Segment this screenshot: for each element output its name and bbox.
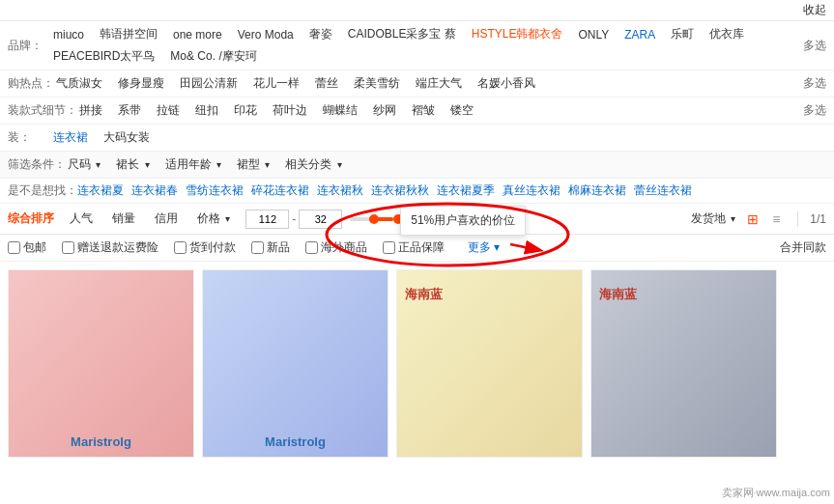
sort-popular[interactable]: 人气 (66, 209, 97, 229)
brand-veromoda[interactable]: Vero Moda (236, 27, 296, 42)
clothing-filter-row: 装： 连衣裙 大码女装 (0, 125, 834, 152)
brand-zara[interactable]: ZARA (622, 27, 657, 42)
hot-more[interactable]: 多选 (803, 75, 826, 92)
grid-view-icon[interactable]: ⊞ (743, 210, 762, 229)
brand-caidoble[interactable]: CAIDOBLE采多宝 蔡 (346, 25, 458, 43)
hot-filter-row: 购热点： 气质淑女 修身显瘦 田园公清新 花儿一样 蕾丝 柔美雪纺 端庄大气 名… (0, 70, 834, 98)
new-label: 新品 (267, 239, 290, 256)
filter-insurance[interactable]: 赠送退款运费险 (62, 239, 158, 256)
filter-new[interactable]: 新品 (251, 239, 290, 256)
hot-rouwei[interactable]: 柔美雪纺 (352, 74, 402, 93)
clothing-lianyiqun[interactable]: 连衣裙 (51, 128, 90, 147)
list-view-icon[interactable]: ≡ (766, 210, 786, 229)
brand-moco[interactable]: Mo& Co. /摩安珂 (168, 47, 258, 66)
hot-zhuangda[interactable]: 端庄大气 (414, 74, 464, 93)
filter-more-btn[interactable]: 更多 ▾ (468, 239, 500, 256)
detail-xidai[interactable]: 系带 (116, 101, 143, 120)
detail-hudie[interactable]: 蝴蝶结 (321, 101, 359, 120)
detail-pinjie[interactable]: 拼接 (77, 101, 104, 120)
genuine-checkbox[interactable] (383, 241, 395, 254)
filter-freeship[interactable]: 包邮 (8, 239, 46, 256)
detail-loukong[interactable]: 镂空 (448, 101, 475, 120)
search-terms-row: 是不是想找： 连衣裙夏 连衣裙春 雪纺连衣裙 碎花连衣裙 连衣裙秋 连衣裙秋秋 … (0, 179, 834, 204)
term-autumn1[interactable]: 连衣裙秋 (317, 182, 363, 199)
term-floral[interactable]: 碎花连衣裙 (251, 182, 309, 199)
sort-price[interactable]: 价格 ▾ (193, 209, 234, 229)
hot-items: 气质淑女 修身显瘦 田园公清新 花儿一样 蕾丝 柔美雪纺 端庄大气 名媛小香风 (54, 74, 803, 93)
product-card-4[interactable]: 海南蓝 (590, 269, 777, 458)
cond-skirt[interactable]: 裙型 ▾ (235, 155, 272, 174)
sort-integrated[interactable]: 综合排序 (8, 210, 54, 227)
detail-zhezhu[interactable]: 褶皱 (410, 101, 437, 120)
term-silk[interactable]: 真丝连衣裙 (503, 182, 561, 199)
brand-leting[interactable]: 乐町 (669, 25, 696, 43)
merge-btn[interactable]: 合并同款 (780, 239, 826, 256)
hot-lace[interactable]: 蕾丝 (313, 74, 340, 93)
filter-checkboxes: 包邮 赠送退款运费险 货到付款 新品 海外商品 正品保障 更多 ▾ (8, 239, 780, 256)
collapse-text[interactable]: 收起 (803, 2, 826, 18)
brand-uniqlo[interactable]: 优衣库 (707, 25, 746, 43)
cond-size[interactable]: 尺码 ▾ (66, 155, 102, 174)
term-summer[interactable]: 连衣裙夏 (77, 182, 124, 199)
cond-age[interactable]: 适用年龄 ▾ (163, 155, 223, 174)
detail-shawang[interactable]: 纱网 (371, 101, 398, 120)
product-card-3[interactable]: 海南蓝 (396, 269, 583, 458)
location-filter[interactable]: 发货地 ▾ (691, 210, 735, 227)
slider-left-thumb[interactable] (369, 214, 379, 224)
term-autumn2[interactable]: 连衣裙秋秋 (371, 182, 429, 199)
detail-niukou[interactable]: 纽扣 (193, 101, 220, 120)
brand-onemore[interactable]: one more (171, 27, 224, 42)
clothing-items: 连衣裙 大码女装 (51, 128, 826, 147)
filter-overseas[interactable]: 海外商品 (305, 239, 367, 256)
clothing-dama[interactable]: 大码女装 (101, 128, 152, 147)
filter-cod[interactable]: 货到付款 (174, 239, 236, 256)
term-spring[interactable]: 连衣裙春 (131, 182, 178, 199)
brand-hstyle[interactable]: HSTYLE韩都衣舍 (470, 25, 565, 43)
detail-yinhua[interactable]: 印花 (232, 101, 259, 120)
brand-miuco[interactable]: miuco (51, 27, 86, 42)
brand-logo-4: 海南蓝 (599, 286, 637, 303)
detail-heye[interactable]: 荷叶边 (271, 101, 309, 120)
freeship-checkbox[interactable] (8, 241, 20, 254)
sort-sales[interactable]: 销量 (108, 209, 139, 229)
brand-label: 品牌： (8, 38, 51, 54)
term-cotton[interactable]: 棉麻连衣裙 (568, 182, 626, 199)
brand-shezi[interactable]: 奢姿 (307, 25, 334, 43)
filter-genuine[interactable]: 正品保障 (383, 239, 445, 256)
product-img-4: 海南蓝 (591, 270, 776, 457)
hot-tianyuan[interactable]: 田园公清新 (178, 74, 240, 93)
product-card-1[interactable]: Maristrolg (8, 269, 194, 458)
product-img-3: 海南蓝 (397, 270, 582, 457)
condition-items: 尺码 ▾ 裙长 ▾ 适用年龄 ▾ 裙型 ▾ 相关分类 ▾ (66, 155, 826, 174)
term-chiffon[interactable]: 雪纺连衣裙 (186, 182, 244, 199)
insurance-checkbox[interactable] (62, 241, 74, 254)
insurance-label: 赠送退款运费险 (77, 239, 158, 256)
products-grid: Maristrolg Maristrolg 海南蓝 海南蓝 (0, 262, 834, 465)
detail-more[interactable]: 多选 (803, 102, 826, 119)
hot-qizhi[interactable]: 气质淑女 (54, 74, 104, 93)
brand-more[interactable]: 多选 (803, 38, 826, 54)
category-caret: ▾ (337, 159, 342, 170)
term-lace[interactable]: 蕾丝连衣裙 (634, 182, 692, 199)
overseas-checkbox[interactable] (305, 241, 318, 254)
cond-length[interactable]: 裙长 ▾ (114, 155, 151, 174)
overseas-label: 海外商品 (321, 239, 367, 256)
cond-category[interactable]: 相关分类 ▾ (283, 155, 343, 174)
cod-checkbox[interactable] (174, 241, 187, 254)
hot-xiushen[interactable]: 修身显瘦 (116, 74, 166, 93)
page-info: 1/1 (810, 212, 826, 226)
price-to-input[interactable] (299, 210, 342, 229)
brand-peacebird[interactable]: PEACEBIRD太平鸟 (51, 47, 157, 66)
brand-korean[interactable]: 韩语拼空间 (98, 25, 159, 43)
term-summerseason[interactable]: 连衣裙夏季 (437, 182, 495, 199)
hot-mingmei[interactable]: 名媛小香风 (475, 74, 537, 93)
new-checkbox[interactable] (251, 241, 264, 254)
brand-logo-1: Maristrolg (71, 434, 131, 449)
hot-huaer[interactable]: 花儿一样 (251, 74, 302, 93)
detail-lasuo[interactable]: 拉链 (155, 101, 182, 120)
price-from-input[interactable] (245, 210, 289, 229)
sort-credit[interactable]: 信用 (151, 209, 182, 229)
search-terms-list: 连衣裙夏 连衣裙春 雪纺连衣裙 碎花连衣裙 连衣裙秋 连衣裙秋秋 连衣裙夏季 真… (77, 182, 826, 199)
brand-only[interactable]: ONLY (576, 27, 611, 42)
product-card-2[interactable]: Maristrolg (202, 269, 388, 458)
